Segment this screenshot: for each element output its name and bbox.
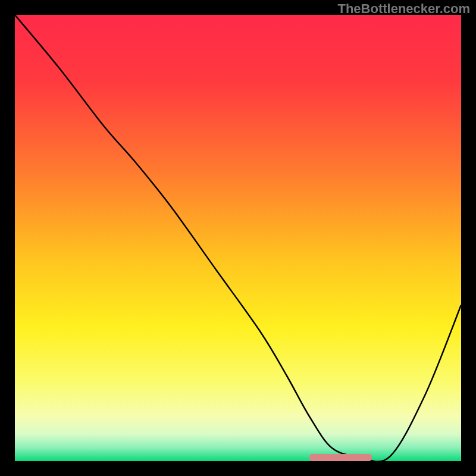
bottleneck-chart	[15, 15, 461, 461]
chart-container	[15, 15, 461, 461]
optimal-range-bar	[309, 454, 372, 461]
watermark-label: TheBottleneсker.com	[337, 1, 470, 17]
gradient-background	[15, 15, 461, 461]
